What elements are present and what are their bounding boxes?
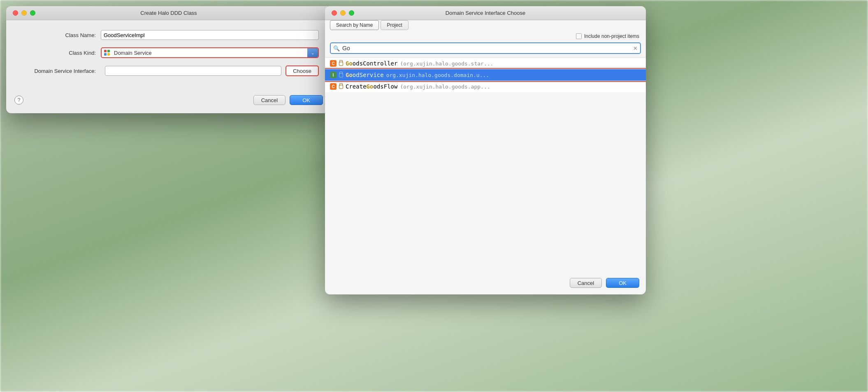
include-non-project-label: Include non-project items (584, 33, 639, 39)
highlight-go-3: Go (367, 83, 374, 90)
search-icon: 🔍 (333, 45, 340, 51)
dialog2-titlebar: Domain Service Interface Choose (325, 6, 646, 20)
minimize-button[interactable] (21, 10, 27, 16)
tab-search-by-name[interactable]: Search by Name (330, 20, 379, 30)
class-name-input[interactable] (101, 30, 319, 40)
search-clear-icon[interactable]: ✕ (633, 45, 638, 51)
kind-chevron-icon[interactable]: ⌄ (307, 47, 318, 58)
highlight-go-1: Go (346, 60, 353, 67)
dialog2-footer: Cancel OK (325, 271, 646, 294)
dialog2-minimize-button[interactable] (340, 10, 346, 16)
choose-button[interactable]: Choose (285, 65, 319, 76)
dialog2-maximize-button[interactable] (349, 10, 354, 16)
lock-icon-creategoodsflow (339, 85, 343, 89)
lock-icon-goodscontroller (339, 62, 343, 66)
dialog2-ok-button[interactable]: OK (606, 278, 639, 288)
kind-icon-grid (102, 50, 112, 56)
tabs-row: Search by Name Project (325, 20, 646, 30)
lock-icon-goodservice (339, 73, 343, 77)
dialog1-footer: ? Cancel OK (6, 92, 331, 113)
class-name-label: Class Name: (19, 32, 101, 38)
help-button[interactable]: ? (14, 96, 23, 105)
create-halo-dialog: Create Halo DDD Class Class Name: Class … (6, 6, 331, 113)
result-package-creategoodsflow: (org.xujin.halo.goods.app... (400, 84, 490, 90)
result-item-creategoodsflow[interactable]: C CreateGoodsFlow (org.xujin.halo.goods.… (325, 81, 646, 92)
dialog1-cancel-button[interactable]: Cancel (253, 95, 285, 105)
kind-label: Domain Service (112, 50, 307, 56)
close-button[interactable] (13, 10, 18, 16)
search-input[interactable] (342, 45, 631, 51)
interface-row: Domain Service Interface: Choose (19, 65, 319, 76)
result-package-goodscontroller: (org.xujin.halo.goods.star... (400, 61, 493, 67)
result-item-goodservice[interactable]: I GoodService org.xujin.halo.goods.domai… (325, 69, 646, 81)
class-kind-row: Class Kind: Domain Service ⌄ (19, 47, 319, 58)
badge-i-goodservice: I (330, 72, 337, 78)
dialog2-title: Domain Service Interface Choose (325, 10, 646, 16)
result-name-goodscontroller: GoodsController (346, 60, 397, 67)
results-list: C GoodsController (org.xujin.halo.goods.… (325, 57, 646, 92)
dialog1-ok-button[interactable]: OK (290, 95, 323, 105)
class-name-row: Class Name: (19, 30, 319, 40)
checkbox-row: Include non-project items (325, 33, 646, 42)
maximize-button[interactable] (30, 10, 35, 16)
highlight-go-2: Go (346, 72, 353, 78)
tab-project[interactable]: Project (381, 20, 408, 30)
grid-sq-blue (104, 53, 107, 56)
dialog1-titlebar: Create Halo DDD Class (6, 6, 331, 20)
search-box: 🔍 ✕ (330, 42, 641, 54)
grid-sq-red (104, 50, 107, 52)
dialog2-cancel-button[interactable]: Cancel (570, 278, 602, 288)
dialog1-body: Class Name: Class Kind: Domain Service ⌄ (6, 20, 331, 92)
class-kind-label: Class Kind: (19, 50, 101, 56)
choose-dialog: Domain Service Interface Choose Search b… (325, 6, 646, 294)
interface-input[interactable] (105, 66, 281, 76)
result-name-goodservice: GoodService (346, 72, 384, 78)
grid-sq-green (107, 50, 110, 52)
result-name-creategoodsflow: CreateGoodsFlow (346, 83, 397, 90)
dialog2-main: Search by Name Project Include non-proje… (325, 20, 646, 294)
result-item-goodscontroller[interactable]: C GoodsController (org.xujin.halo.goods.… (325, 58, 646, 69)
class-kind-select[interactable]: Domain Service ⌄ (101, 47, 319, 58)
interface-label: Domain Service Interface: (19, 68, 101, 74)
dialog2-close-button[interactable] (332, 10, 337, 16)
badge-c-goodscontroller: C (330, 60, 337, 67)
dialog1-title: Create Halo DDD Class (6, 10, 331, 16)
grid-sq-yellow (107, 53, 110, 56)
include-non-project-checkbox[interactable] (576, 33, 582, 39)
result-package-goodservice: org.xujin.halo.goods.domain.u... (386, 72, 489, 78)
badge-c-creategoodsflow: C (330, 83, 337, 90)
